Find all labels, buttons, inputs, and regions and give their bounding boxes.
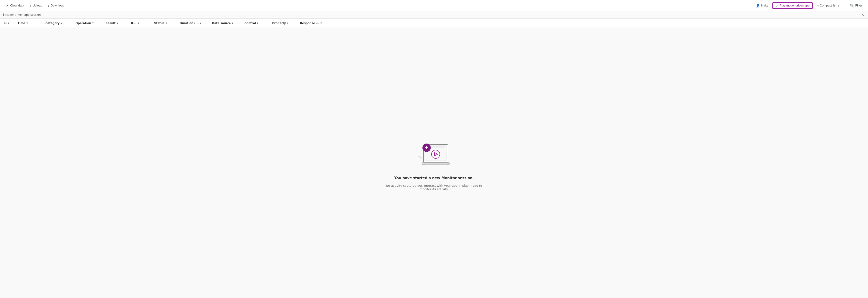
chevron-down-icon: ∨ xyxy=(92,22,94,24)
main-content: | + + – xyxy=(0,28,868,298)
play-model-driven-app-button[interactable]: ▷ Play model-driven app xyxy=(772,2,813,9)
chevron-down-icon: ∨ xyxy=(26,22,28,24)
chevron-down-icon: ∨ xyxy=(287,22,289,24)
empty-illustration: | + + – xyxy=(411,135,457,172)
filter-button[interactable]: 🔍 Filter xyxy=(848,3,864,8)
col-header-datasource[interactable]: Data source ∨ xyxy=(210,22,243,25)
col-header-control[interactable]: Control ∨ xyxy=(243,22,270,25)
empty-state-subtitle: No activity captured yet. Interact with … xyxy=(385,184,483,191)
col-header-response[interactable]: Response ... ∨ xyxy=(298,22,335,25)
chevron-down-icon: ∨ xyxy=(257,22,259,24)
toolbar: ✕ Clear data ↑ Upload ↓ Download 👤 Invit… xyxy=(0,0,868,11)
svg-text:+: + xyxy=(421,157,423,159)
chevron-down-icon: ∨ xyxy=(837,4,840,7)
download-button[interactable]: ↓ Download xyxy=(45,3,66,8)
chevron-down-icon: ∨ xyxy=(232,22,234,24)
col-header-r[interactable]: R... ∨ xyxy=(129,22,152,25)
compact-list-button[interactable]: ≡ Compact list ∨ xyxy=(814,3,842,8)
col-header-time[interactable]: Time ∨ xyxy=(16,22,43,25)
upload-button[interactable]: ↑ Upload xyxy=(27,3,44,8)
col-label-id: I.. xyxy=(4,22,7,25)
column-headers: I.. ∨ Time ∨ Category ∨ Operation ∨ Resu… xyxy=(0,19,868,28)
svg-text:|: | xyxy=(434,137,434,140)
svg-text:+: + xyxy=(425,144,429,150)
svg-rect-9 xyxy=(431,146,445,148)
col-label-duration: Duration (... xyxy=(180,22,199,25)
chevron-down-icon: ∨ xyxy=(320,22,322,24)
col-label-datasource: Data source xyxy=(212,22,231,25)
session-close-button[interactable]: ✕ xyxy=(860,12,865,17)
clear-data-button[interactable]: ✕ Clear data xyxy=(4,3,26,8)
list-icon: ≡ xyxy=(817,4,819,7)
col-label-time: Time xyxy=(18,22,25,25)
col-label-category: Category xyxy=(45,22,60,25)
monitor-illustration-svg: | + + – xyxy=(411,136,457,171)
upload-icon: ↑ xyxy=(30,4,31,7)
col-header-duration[interactable]: Duration (... ∨ xyxy=(178,22,210,25)
info-icon: ℹ xyxy=(3,13,4,17)
col-label-status: Status xyxy=(154,22,164,25)
toolbar-right: 👤 Invite ▷ Play model-driven app ≡ Compa… xyxy=(753,2,864,9)
close-icon: ✕ xyxy=(6,4,9,7)
filter-icon: 🔍 xyxy=(850,4,854,7)
col-label-control: Control xyxy=(244,22,256,25)
col-header-property[interactable]: Property ∨ xyxy=(270,22,298,25)
toolbar-left: ✕ Clear data ↑ Upload ↓ Download xyxy=(4,3,751,8)
col-header-category[interactable]: Category ∨ xyxy=(43,22,73,25)
person-icon: 👤 xyxy=(756,4,760,7)
chevron-down-icon: ∨ xyxy=(117,22,118,24)
chevron-down-icon: ∨ xyxy=(60,22,62,24)
col-label-result: Result xyxy=(105,22,116,25)
col-header-status[interactable]: Status ∨ xyxy=(152,22,178,25)
empty-state-title: You have started a new Monitor session. xyxy=(394,176,474,180)
session-label: Model-driven app session xyxy=(5,13,41,17)
invite-button[interactable]: 👤 Invite xyxy=(753,3,771,8)
col-header-operation[interactable]: Operation ∨ xyxy=(73,22,104,25)
svg-rect-13 xyxy=(425,164,447,165)
download-icon: ↓ xyxy=(48,4,49,7)
chevron-down-icon: ∨ xyxy=(137,22,139,24)
chevron-down-icon: ∨ xyxy=(200,22,202,24)
play-icon: ▷ xyxy=(776,4,778,7)
col-header-id[interactable]: I.. ∨ xyxy=(2,22,16,25)
col-label-r: R... xyxy=(131,22,136,25)
col-label-operation: Operation xyxy=(75,22,91,25)
col-header-result[interactable]: Result ∨ xyxy=(104,22,129,25)
chevron-down-icon: ∨ xyxy=(8,22,10,24)
session-bar: ℹ Model-driven app session ✕ xyxy=(0,11,868,19)
chevron-down-icon: ∨ xyxy=(165,22,167,24)
col-label-response: Response ... xyxy=(300,22,319,25)
col-label-property: Property xyxy=(272,22,286,25)
svg-rect-12 xyxy=(422,163,450,164)
